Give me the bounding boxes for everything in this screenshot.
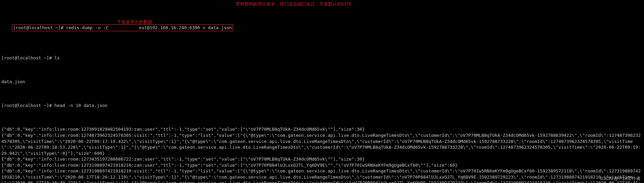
prompt: [root@localhost ~]# <box>1 55 55 60</box>
output-line: {"db":0,"key":"info:live:room:1273435197… <box>1 156 643 162</box>
output-line: {"db":0,"key":"info:live:room:1273198897… <box>1 168 643 183</box>
prompt: [root@localhost ~]# <box>13 25 66 30</box>
highlighted-command: [root@localhost ~]# redis-dump -u :Cest@… <box>12 24 233 31</box>
prompt: [root@localhost ~]# <box>1 103 55 108</box>
annotation-1: 带有密码的导出命令，我们这边端口改过，不是默认的6379 <box>236 1 351 7</box>
output-line: {"db":0,"key":"info:live:room:1274873962… <box>1 132 643 156</box>
ls-output: data.json <box>1 79 643 85</box>
redacted-password <box>108 26 139 31</box>
watermark: CSDN @7*24工作者 <box>600 176 641 182</box>
terminal-output[interactable]: [root@localhost ~]# redis-dump -u :Cest@… <box>0 0 644 183</box>
output-line: {"db":0,"key":"info:live:room:1273091829… <box>1 126 643 132</box>
output-line: {"db":0,"key":"info:live:room:1273198897… <box>1 162 643 168</box>
command-line-1: [root@localhost ~]# redis-dump -u :Cest@… <box>1 19 643 37</box>
command-line-2: [root@localhost ~]# ls <box>1 55 643 61</box>
cmd-text: head -n 10 data.json <box>55 103 108 108</box>
cmd-text: ls <box>55 55 60 60</box>
command-line-3: [root@localhost ~]# head -n 10 data.json <box>1 103 643 109</box>
annotation-2: 下面是导出的数据 <box>117 19 152 25</box>
cmd-text: redis-dump -u :C <box>66 25 108 30</box>
cmd-text: est@192.168.16.240:6390 > data.json <box>139 25 232 30</box>
